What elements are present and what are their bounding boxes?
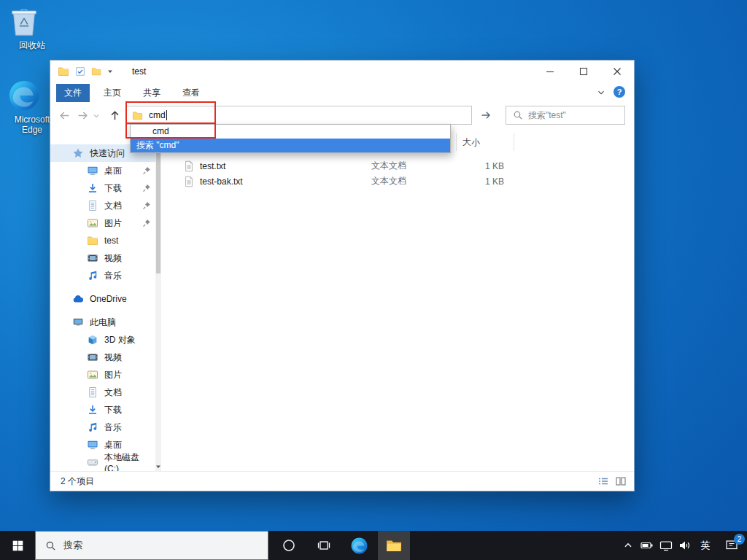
onedrive-cloud-icon bbox=[72, 293, 84, 305]
address-bar[interactable]: cmd bbox=[126, 106, 472, 125]
autocomplete-item-search-cmd[interactable]: 搜索 "cmd" bbox=[131, 139, 450, 152]
sidebar-item-pictures-pc[interactable]: 图片 bbox=[50, 366, 155, 384]
desktop-icon bbox=[87, 165, 98, 176]
file-type: 文本文档 bbox=[371, 175, 406, 187]
pin-icon bbox=[142, 201, 151, 210]
pictures-icon bbox=[87, 369, 98, 381]
navigation-pane: 快速访问 桌面 下载 文档 bbox=[50, 129, 167, 472]
network-icon[interactable] bbox=[657, 531, 676, 560]
sidebar-item-3d-objects[interactable]: 3D 对象 bbox=[50, 331, 155, 349]
tab-share[interactable]: 共享 bbox=[135, 84, 169, 102]
title-bar[interactable]: test bbox=[50, 61, 634, 82]
desktop-icon bbox=[87, 439, 98, 451]
text-file-icon bbox=[183, 176, 195, 187]
pin-icon bbox=[142, 184, 151, 192]
forward-button[interactable] bbox=[75, 108, 90, 122]
sidebar-item-desktop[interactable]: 桌面 bbox=[50, 162, 155, 179]
up-button[interactable] bbox=[107, 108, 122, 122]
close-button[interactable] bbox=[600, 61, 634, 82]
sidebar-item-documents-pc[interactable]: 文档 bbox=[50, 384, 155, 401]
item-count: 2 个项目 bbox=[61, 472, 94, 491]
music-icon bbox=[87, 270, 98, 281]
sidebar-item-downloads-pc[interactable]: 下载 bbox=[50, 401, 155, 419]
video-icon bbox=[87, 252, 98, 264]
sidebar-item-documents[interactable]: 文档 bbox=[50, 197, 155, 214]
back-button[interactable] bbox=[57, 108, 71, 122]
scrollbar-thumb[interactable] bbox=[156, 135, 160, 273]
cortana-button[interactable] bbox=[273, 531, 305, 560]
notification-badge: 2 bbox=[734, 534, 745, 545]
customize-toolbar-chevron-icon[interactable] bbox=[107, 69, 113, 74]
sidebar-item-onedrive[interactable]: OneDrive bbox=[50, 290, 155, 308]
taskbar-app-icons bbox=[273, 531, 410, 560]
file-row-test-txt[interactable]: test.txt 文本文档 1 KB bbox=[167, 158, 634, 174]
search-placeholder: 搜索"test" bbox=[528, 109, 566, 122]
sidebar-item-videos[interactable]: 视频 bbox=[50, 249, 155, 267]
window-content: 快速访问 桌面 下载 文档 bbox=[50, 129, 634, 472]
sidebar-item-pictures[interactable]: 图片 bbox=[50, 214, 155, 232]
address-folder-icon bbox=[132, 110, 143, 121]
sidebar-item-this-pc[interactable]: 此电脑 bbox=[50, 314, 155, 331]
file-size: 1 KB bbox=[443, 161, 504, 171]
download-icon bbox=[87, 182, 98, 194]
volume-icon[interactable] bbox=[676, 531, 694, 560]
recent-locations-chevron-icon[interactable] bbox=[92, 112, 101, 120]
taskbar-search-box[interactable]: 搜索 bbox=[35, 531, 268, 560]
system-tray: 英 2 bbox=[619, 531, 747, 560]
large-icons-view-icon[interactable] bbox=[615, 475, 627, 487]
ime-language-indicator[interactable]: 英 bbox=[694, 539, 716, 552]
file-type: 文本文档 bbox=[371, 160, 406, 172]
sidebar-item-test[interactable]: test bbox=[50, 232, 155, 249]
maximize-button[interactable] bbox=[567, 61, 600, 82]
pictures-icon bbox=[87, 217, 98, 229]
scrollbar-down-arrow-icon[interactable] bbox=[155, 464, 161, 470]
battery-icon[interactable] bbox=[638, 531, 657, 560]
sidebar-item-music[interactable]: 音乐 bbox=[50, 267, 155, 284]
taskbar: 搜索 英 2 bbox=[0, 531, 747, 560]
go-to-address-button[interactable] bbox=[477, 108, 495, 122]
tab-view[interactable]: 查看 bbox=[174, 84, 208, 102]
minimize-button[interactable] bbox=[533, 61, 567, 82]
search-icon bbox=[513, 110, 523, 120]
start-button[interactable] bbox=[0, 531, 35, 560]
search-icon bbox=[45, 540, 56, 551]
column-header-size[interactable]: 大小 bbox=[456, 133, 514, 151]
task-view-button[interactable] bbox=[308, 531, 340, 560]
sidebar-item-downloads[interactable]: 下载 bbox=[50, 179, 155, 197]
sidebar-item-videos-pc[interactable]: 视频 bbox=[50, 349, 155, 366]
video-icon bbox=[87, 351, 98, 363]
desktop-icon-recycle-bin[interactable]: 回收站 bbox=[7, 4, 57, 50]
edge-taskbar-button[interactable] bbox=[343, 531, 375, 560]
text-file-icon bbox=[183, 160, 195, 172]
action-center-button[interactable]: 2 bbox=[716, 531, 747, 560]
document-icon bbox=[87, 386, 98, 398]
file-name: test.txt bbox=[200, 161, 225, 171]
folder-icon bbox=[87, 235, 98, 246]
download-icon bbox=[87, 404, 98, 416]
new-folder-icon[interactable] bbox=[91, 66, 101, 77]
details-view-icon[interactable] bbox=[597, 475, 609, 487]
sidebar-scrollbar[interactable] bbox=[155, 129, 161, 472]
address-input-value[interactable]: cmd bbox=[149, 110, 166, 120]
window-controls bbox=[533, 61, 634, 82]
file-list-pane: 大小 test.txt 文本文档 1 KB test-bak.txt 文本文档 … bbox=[167, 129, 634, 472]
desktop: 回收站 Microsoft Edge test 文件 主页 共享 查看 bbox=[0, 0, 747, 560]
show-hidden-icons-chevron-icon[interactable] bbox=[619, 531, 638, 560]
file-row-test-bak-txt[interactable]: test-bak.txt 文本文档 1 KB bbox=[167, 174, 634, 189]
file-explorer-taskbar-button[interactable] bbox=[378, 531, 410, 560]
help-icon[interactable]: ? bbox=[614, 86, 625, 98]
folder-icon bbox=[58, 66, 69, 77]
ribbon-expand-chevron-icon[interactable] bbox=[596, 88, 606, 98]
document-icon bbox=[87, 200, 98, 211]
sidebar-item-music-pc[interactable]: 音乐 bbox=[50, 419, 155, 436]
tab-file[interactable]: 文件 bbox=[56, 84, 90, 102]
sidebar-item-local-disk-c[interactable]: 本地磁盘 (C:) bbox=[50, 454, 155, 471]
recycle-bin-icon bbox=[7, 4, 57, 38]
file-name: test-bak.txt bbox=[200, 176, 243, 187]
music-icon bbox=[87, 421, 98, 433]
autocomplete-item-cmd[interactable]: cmd bbox=[131, 125, 450, 139]
hard-drive-icon bbox=[87, 456, 98, 468]
explorer-search-box[interactable]: 搜索"test" bbox=[506, 106, 625, 125]
properties-check-icon[interactable] bbox=[75, 66, 85, 77]
tab-home[interactable]: 主页 bbox=[96, 84, 129, 102]
